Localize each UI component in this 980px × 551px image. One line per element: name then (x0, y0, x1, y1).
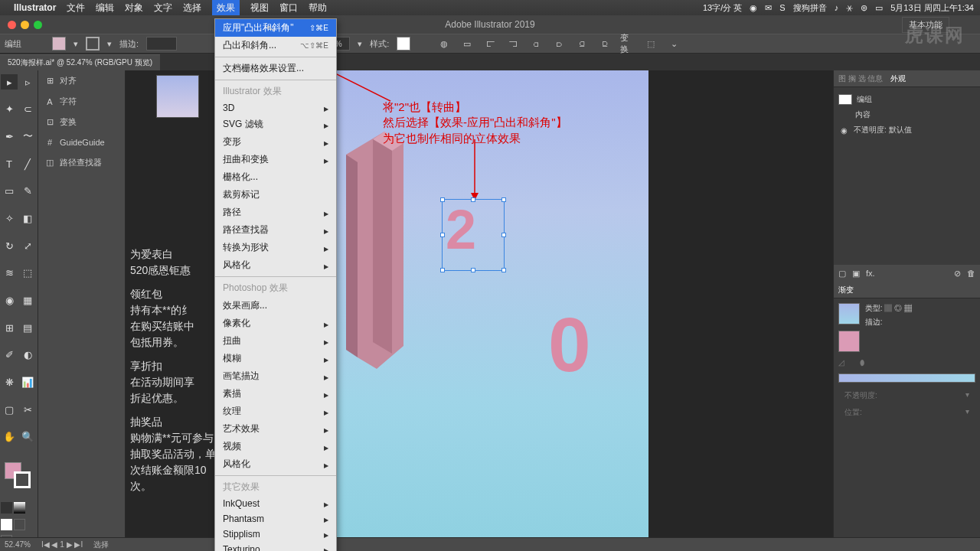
stroke-color[interactable] (14, 471, 31, 488)
tab-layers[interactable]: 图 搁 选 信息 (838, 73, 883, 84)
chevron-down-icon[interactable]: ▾ (965, 407, 969, 418)
artboard[interactable]: 将"2"也【转曲】 然后选择【效果-应用"凸出和斜角"】 为它也制作相同的立体效… (322, 70, 648, 542)
align-right-icon[interactable]: ⫏ (528, 37, 544, 51)
magic-wand-tool[interactable]: ✦ (1, 102, 18, 117)
handle[interactable] (440, 268, 445, 272)
wechat-icon[interactable]: ✉ (765, 3, 772, 13)
envelope-icon[interactable]: ⌄ (666, 37, 681, 51)
panel-character[interactable]: A字符 (38, 91, 125, 112)
ime-status[interactable]: 13字/分 英 (703, 2, 742, 14)
s-icon[interactable]: S (779, 3, 785, 12)
panel-guideguide[interactable]: #GuideGuide (38, 132, 125, 152)
align-left-icon[interactable]: ⫍ (482, 37, 498, 51)
menu-item[interactable]: 扭曲和变换 (215, 151, 336, 168)
clock[interactable]: 5月13日 周四上午1:34 (890, 2, 974, 14)
doc-tab[interactable]: 520海报样.ai* @ 52.47% (RGB/GPU 预览) (0, 54, 160, 70)
handle[interactable] (471, 268, 475, 272)
fill-swatch[interactable] (52, 37, 66, 51)
align-bottom-icon[interactable]: ⫒ (597, 37, 612, 51)
menu-file[interactable]: 文件 (67, 2, 85, 15)
color-mode-icon[interactable] (1, 502, 12, 514)
trash-icon[interactable]: 🗑 (967, 269, 975, 278)
battery-icon[interactable]: ▭ (875, 3, 883, 13)
symbol-sprayer-tool[interactable]: ❋ (1, 375, 18, 390)
tab-appearance[interactable]: 外观 (890, 73, 906, 84)
menu-type[interactable]: 文字 (154, 2, 172, 15)
workspace-switcher[interactable]: 基本功能 (902, 17, 949, 33)
menu-item[interactable]: 3D (215, 100, 336, 116)
chevron-down-icon[interactable]: ▾ (74, 39, 78, 49)
radial-grad-icon[interactable]: ◎ (894, 304, 902, 312)
close-button[interactable] (8, 21, 16, 29)
freeform-grad-icon[interactable]: ▦ (904, 304, 912, 312)
free-transform-tool[interactable]: ⬚ (19, 266, 36, 281)
linear-grad-icon[interactable]: ▥ (884, 304, 892, 312)
zoom-level[interactable]: 52.47% (5, 540, 31, 549)
hand-tool[interactable]: ✋ (1, 429, 18, 445)
fx-icon[interactable]: fx. (866, 269, 875, 278)
lasso-tool[interactable]: ⊂ (19, 102, 36, 117)
menu-item[interactable]: 凸出和斜角...⌥⇧⌘E (215, 37, 336, 54)
appearance-row[interactable]: 内容 (838, 107, 975, 122)
recolor-icon[interactable]: ◍ (436, 37, 452, 51)
bluetooth-icon[interactable]: ⚹ (846, 3, 853, 13)
gradient-stop-color[interactable] (838, 331, 860, 352)
menu-select[interactable]: 选择 (183, 2, 201, 15)
menu-item[interactable]: 艺术效果 (215, 420, 336, 438)
panel-transform[interactable]: ⊡变换 (38, 112, 125, 132)
menu-item[interactable]: 路径 (215, 204, 336, 221)
shape-builder-tool[interactable]: ◉ (1, 293, 18, 308)
menu-item[interactable]: Phantasm (215, 511, 336, 527)
gradient-tool[interactable]: ▤ (19, 320, 36, 335)
menu-edit[interactable]: 编辑 (96, 2, 114, 15)
menu-item[interactable]: 素描 (215, 385, 336, 403)
menu-item[interactable]: 扭曲 (215, 332, 336, 350)
gradient-slider[interactable] (838, 373, 975, 383)
handle[interactable] (440, 233, 445, 237)
clear-icon[interactable]: ⊘ (954, 269, 961, 279)
align-icon[interactable]: ▭ (459, 37, 475, 51)
menu-item[interactable]: 纹理 (215, 403, 336, 420)
isolate-icon[interactable]: ⬚ (643, 37, 658, 51)
menu-object[interactable]: 对象 (125, 2, 143, 15)
chevron-down-icon[interactable]: ▾ (107, 39, 112, 49)
scale-tool[interactable]: ⤢ (19, 238, 36, 253)
tab-gradient[interactable]: 渐变 (838, 285, 854, 295)
menu-item[interactable]: 效果画廊... (215, 297, 336, 315)
direct-selection-tool[interactable]: ▹ (19, 74, 36, 90)
gradient-mode-icon[interactable] (14, 502, 25, 514)
rectangle-tool[interactable]: ▭ (1, 184, 18, 199)
menu-effect[interactable]: 效果 (212, 0, 240, 16)
perspective-tool[interactable]: ▦ (19, 293, 36, 308)
menu-item[interactable]: 文档栅格效果设置... (215, 60, 336, 77)
line-tool[interactable]: ╱ (19, 156, 36, 171)
handle[interactable] (471, 197, 475, 202)
width-tool[interactable]: ≋ (1, 266, 18, 281)
selection-tool[interactable]: ▸ (1, 74, 18, 90)
sogou-icon[interactable]: 搜狗拼音 (793, 2, 827, 14)
menu-item[interactable]: 路径查找器 (215, 221, 336, 239)
aspect-icon[interactable]: ⬮ (860, 358, 864, 367)
type-tool[interactable]: T (1, 156, 18, 171)
stroke-swatch[interactable] (86, 37, 100, 51)
align-vcenter-icon[interactable]: ⫑ (574, 37, 590, 51)
menu-item[interactable]: 视频 (215, 438, 336, 455)
minimize-button[interactable] (21, 21, 29, 29)
rotate-tool[interactable]: ↻ (1, 238, 18, 253)
visibility-icon[interactable]: ◉ (838, 126, 849, 135)
maximize-button[interactable] (34, 21, 42, 29)
graph-tool[interactable]: 📊 (19, 375, 36, 390)
chevron-down-icon[interactable]: ▾ (358, 39, 362, 49)
menu-item[interactable]: 转换为形状 (215, 239, 336, 256)
handle[interactable] (501, 268, 506, 272)
menu-item[interactable]: 像素化 (215, 315, 336, 332)
eyedropper-tool[interactable]: ✐ (1, 347, 18, 363)
fill-stroke-control[interactable] (0, 461, 38, 491)
mesh-tool[interactable]: ⊞ (1, 320, 18, 335)
screen-mode-icon[interactable] (14, 519, 25, 530)
menu-item[interactable]: 变形 (215, 133, 336, 151)
audio-icon[interactable]: ♪ (835, 3, 839, 12)
panel-pathfinder[interactable]: ◫路径查找器 (38, 152, 125, 173)
handle[interactable] (440, 197, 445, 202)
artboard-nav[interactable]: I◀ ◀ 1 ▶ ▶I (41, 540, 83, 549)
